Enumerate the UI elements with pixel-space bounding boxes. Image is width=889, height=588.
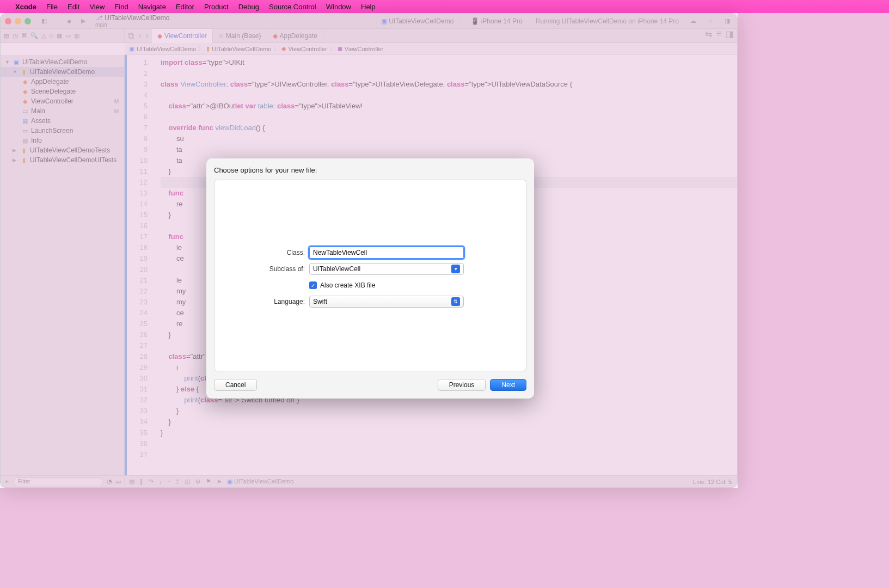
menu-find[interactable]: Find: [114, 3, 128, 11]
memory-graph-icon[interactable]: ⊚: [195, 478, 200, 485]
menu-debug[interactable]: Debug: [238, 3, 259, 11]
stop-icon[interactable]: ■: [64, 18, 75, 24]
tree-file-launchscreen[interactable]: ▭LaunchScreen: [1, 126, 124, 136]
inspectors-toggle-icon[interactable]: ◨: [726, 29, 734, 42]
folder-icon: ▮: [206, 45, 210, 52]
debug-continue-icon[interactable]: ↷: [149, 478, 154, 485]
menu-source-control[interactable]: Source Control: [269, 3, 316, 11]
debug-toggle-icon[interactable]: ▤: [129, 478, 134, 485]
menu-product[interactable]: Product: [204, 3, 229, 11]
simulator-icon: 📱: [471, 17, 479, 25]
subclass-combobox[interactable]: UITableViewCell ▾: [309, 263, 464, 275]
next-button[interactable]: Next: [490, 379, 526, 391]
env-override-icon[interactable]: ⚑: [206, 478, 211, 485]
menu-editor[interactable]: Editor: [176, 3, 194, 11]
swift-icon: ◆: [157, 32, 162, 40]
new-file-dialog: Choose options for your new file: Class:…: [206, 158, 534, 399]
crumb-1[interactable]: UITableViewCellDemo: [212, 46, 271, 52]
menu-edit[interactable]: Edit: [68, 3, 79, 11]
test-nav-icon[interactable]: ◇: [49, 32, 53, 39]
crumb-3[interactable]: ViewController: [345, 46, 383, 52]
subclass-label: Subclass of:: [214, 265, 305, 273]
review-icon[interactable]: ⇆: [705, 29, 712, 42]
language-label: Language:: [214, 298, 305, 305]
menubar: Xcode File Edit View Find Navigate Edito…: [0, 0, 889, 13]
step-over-icon[interactable]: ↓: [159, 479, 162, 485]
window-close-icon[interactable]: [5, 18, 11, 24]
swift-icon: ◆: [273, 32, 278, 40]
line-gutter: 1234567891011121314151617181920212223242…: [127, 55, 153, 475]
subclass-value: UITableViewCell: [313, 265, 360, 273]
navigator-filter-input[interactable]: [13, 477, 103, 486]
step-out-icon[interactable]: ⤴: [176, 479, 179, 485]
cancel-button[interactable]: Cancel: [214, 379, 257, 391]
symbol-nav-icon[interactable]: ⌘: [21, 32, 27, 39]
related-items-icon[interactable]: ⧉: [128, 31, 134, 41]
breakpoint-nav-icon[interactable]: ▭: [65, 32, 71, 39]
crumb-2[interactable]: ViewController: [288, 46, 327, 52]
debug-pause-icon[interactable]: ‖: [140, 478, 143, 485]
menu-window[interactable]: Window: [326, 3, 351, 11]
tab-main-base[interactable]: ✕Main (Base): [213, 29, 267, 43]
scheme-selector[interactable]: ▣ UITableViewCellDemo: [381, 17, 454, 25]
crumb-0[interactable]: UITableViewCellDemo: [137, 46, 196, 52]
app-icon: ▣: [381, 17, 387, 25]
language-value: Swift: [313, 298, 327, 305]
filter-scm-icon[interactable]: ▭: [115, 478, 121, 485]
tab-viewcontroller[interactable]: ◆ViewController: [152, 29, 213, 43]
issue-nav-icon[interactable]: △: [41, 32, 46, 39]
tree-file-assets[interactable]: ▦Assets: [1, 116, 124, 126]
project-navigator: ▼▣UITableViewCellDemo ▼▮UITableViewCellD…: [1, 55, 125, 475]
library-icon[interactable]: ◨: [722, 17, 733, 24]
tree-folder-uitests[interactable]: ▶▮UITableViewCellDemoUITests: [1, 155, 124, 165]
tree-root[interactable]: ▼▣UITableViewCellDemo: [1, 57, 124, 67]
language-select[interactable]: Swift ⇅: [309, 296, 464, 308]
step-into-icon[interactable]: ↑: [168, 479, 171, 485]
window-minimize-icon[interactable]: [15, 18, 21, 24]
cloud-icon[interactable]: ☁︎: [688, 17, 698, 24]
tree-folder-tests[interactable]: ▶▮UITableViewCellDemoTests: [1, 145, 124, 155]
debug-nav-icon[interactable]: ▦: [57, 32, 62, 39]
window-toolbar: ◧ ■ ▶ ⎇ UITableViewCellDemo main ▣ UITab…: [1, 14, 737, 29]
window-zoom-icon[interactable]: [24, 18, 31, 24]
previous-button[interactable]: Previous: [438, 379, 486, 391]
branch-icon: ⎇: [95, 14, 103, 22]
xib-checkbox[interactable]: ✓: [309, 281, 317, 289]
project-nav-icon[interactable]: ▤: [4, 32, 9, 39]
cursor-position: Line: 12 Col: 5: [688, 479, 737, 485]
tree-folder[interactable]: ▼▮UITableViewCellDemo: [1, 67, 124, 77]
menu-file[interactable]: File: [46, 3, 58, 11]
tree-file-appdelegate[interactable]: ◆AppDelegate: [1, 77, 124, 87]
tree-file-scenedelegate[interactable]: ◆SceneDelegate: [1, 87, 124, 96]
class-name-input[interactable]: [309, 247, 464, 259]
location-icon[interactable]: ➤: [217, 478, 222, 485]
add-editor-icon[interactable]: ＋: [702, 17, 719, 25]
find-nav-icon[interactable]: 🔍: [30, 32, 38, 39]
debug-target[interactable]: ▣ UITableViewCellDemo: [227, 478, 293, 485]
menu-app[interactable]: Xcode: [15, 3, 36, 11]
swift-icon: ◆: [281, 45, 286, 52]
sidebar-toggle-icon[interactable]: ◧: [39, 17, 50, 24]
dialog-title: Choose options for your new file:: [214, 166, 526, 174]
status-bar: ＋ ◔ ▭ ▤ ‖ ↷ ↓ ↑ ⤴ ◫ ⊚ ⚑ ➤ ▣ UITableViewC…: [1, 475, 737, 487]
source-control-nav-icon[interactable]: ◳: [13, 32, 18, 39]
device-selector[interactable]: 📱 iPhone 14 Pro: [471, 17, 522, 25]
tree-file-viewcontroller[interactable]: ◆ViewControllerM: [1, 96, 124, 106]
nav-back-icon[interactable]: ‹: [138, 31, 141, 41]
menu-view[interactable]: View: [89, 3, 105, 11]
tree-file-main[interactable]: ▭MainM: [1, 106, 124, 116]
add-file-icon[interactable]: ＋: [4, 477, 10, 486]
tree-file-info[interactable]: ▤Info: [1, 136, 124, 145]
crumb-app-icon: ▣: [129, 45, 134, 52]
branch-name: main: [95, 22, 107, 28]
tab-appdelegate[interactable]: ◆AppDelegate: [267, 29, 323, 43]
menu-help[interactable]: Help: [361, 3, 376, 11]
filter-recent-icon[interactable]: ◔: [107, 478, 112, 485]
breadcrumb: ▣ UITableViewCellDemo〉 ▮ UITableViewCell…: [125, 43, 737, 55]
report-nav-icon[interactable]: ▥: [74, 32, 79, 39]
view-debug-icon[interactable]: ◫: [185, 478, 190, 485]
nav-forward-icon[interactable]: ›: [146, 31, 149, 41]
adjust-editor-icon[interactable]: ≡: [716, 29, 721, 42]
run-icon[interactable]: ▶: [78, 17, 89, 24]
menu-navigate[interactable]: Navigate: [138, 3, 166, 11]
